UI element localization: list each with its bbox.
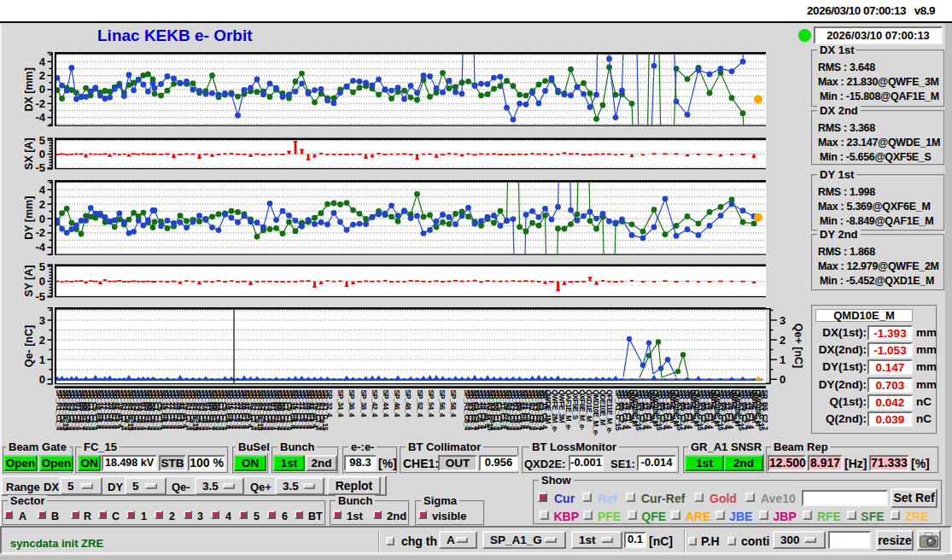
svg-text:SP_42_4: SP_42_4 [371,390,379,417]
svg-text:5: 5 [39,260,45,273]
svg-text:SP_52_4: SP_52_4 [416,390,424,417]
svg-text:3: 3 [780,314,786,327]
svg-text:SP_56_4: SP_56_4 [438,390,447,417]
svg-text:4: 4 [39,184,46,196]
svg-text:-5: -5 [35,290,45,303]
svg-text:1: 1 [780,353,786,366]
svg-text:5: 5 [39,134,45,147]
svg-text:SP_58_4: SP_58_4 [449,390,458,417]
svg-text:SP_34_4: SP_34_4 [336,390,345,417]
svg-text:QFE11E_M_e-: QFE11E_M_e- [605,390,614,434]
svg-text:-5: -5 [35,161,45,174]
svg-text:-2: -2 [35,226,45,239]
svg-text:DY [mm]: DY [mm] [23,196,35,240]
svg-text:Qe+ [nC]: Qe+ [nC] [792,324,804,368]
svg-text:0: 0 [39,373,45,386]
svg-text:SP_54_4: SP_54_4 [427,390,435,417]
svg-text:SX [A]: SX [A] [23,137,35,170]
svg-text:2: 2 [39,334,45,347]
svg-text:2: 2 [39,69,45,82]
svg-text:DX [mm]: DX [mm] [23,67,35,111]
svg-text:2: 2 [39,198,45,211]
svg-text:1: 1 [39,353,45,366]
svg-text:0: 0 [39,148,45,160]
svg-text:0: 0 [39,275,45,288]
svg-text:SP_38_4: SP_38_4 [359,390,368,417]
svg-text:SY [A]: SY [A] [23,265,35,297]
svg-text:SP_36_4: SP_36_4 [348,390,356,417]
svg-text:-4: -4 [35,241,45,254]
svg-text:SP_32_4: SP_32_4 [325,390,334,417]
svg-text:SP_B5_C2_7: SP_B5_C2_7 [761,390,769,431]
svg-text:4: 4 [39,55,46,68]
svg-text:0: 0 [39,83,45,96]
svg-text:-4: -4 [35,111,45,124]
svg-text:2: 2 [780,334,786,347]
svg-text:0: 0 [39,213,45,225]
svg-text:-2: -2 [35,97,45,110]
svg-text:0: 0 [780,373,786,386]
svg-text:SP_48_4: SP_48_4 [404,390,412,417]
svg-text:SP_46_4: SP_46_4 [393,390,401,417]
svg-text:Qe- [nC]: Qe- [nC] [23,325,35,367]
svg-text:SP_44_4: SP_44_4 [382,390,390,417]
svg-text:3: 3 [39,314,45,327]
